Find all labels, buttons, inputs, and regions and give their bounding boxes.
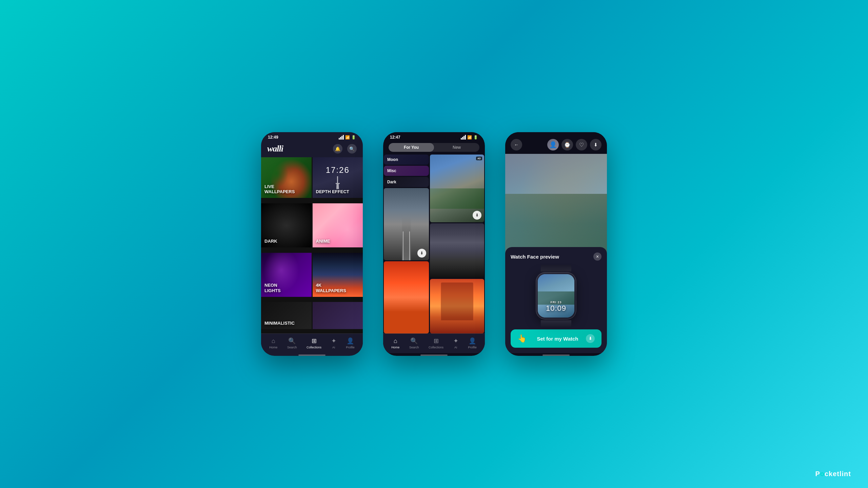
status-bar-1: 12:49 📶 🔋 [261,132,363,141]
download-road[interactable]: ⬇ [417,249,426,258]
wallpaper-sunset-room[interactable] [430,279,484,333]
like-button[interactable]: ♡ [576,139,587,150]
home-indicator-1 [298,354,326,356]
mini-label: MINIMALISTIC [264,321,295,326]
modal-close-button[interactable]: × [593,252,601,261]
preview-wallpaper: Watch Face preview × [505,154,607,353]
category-extra[interactable] [313,302,363,329]
nav-profile-label-2: Profile [468,346,477,349]
heart-icon: ♡ [579,142,584,148]
nav-collections-label-2: Collections [429,346,443,349]
live-label: LIVEWALLPAPERS [264,184,295,195]
nav-search-2[interactable]: 🔍 Search [409,337,419,349]
profile-avatar-button[interactable]: 👤 + [547,139,559,150]
phone2: 12:47 📶 🔋 For You New Moon [383,132,485,356]
download-mountain[interactable]: ⬇ [473,211,481,220]
category-4k[interactable]: 4KWALLPAPERS [313,253,363,297]
nav-profile-1[interactable]: 👤 Profile [346,337,355,349]
wallpaper-bottom-left[interactable] [384,261,429,333]
category-minimalistic[interactable]: MINIMALISTIC [261,302,312,329]
nav-search-label-1: Search [287,346,297,349]
action-icons: 👤 + ⌚ ♡ ⬇ [547,139,601,150]
download-button-top[interactable]: ⬇ [590,139,601,150]
nav-search-1[interactable]: 🔍 Search [287,337,297,349]
watch-display: FRI 23 10:09 [511,265,601,325]
nav-ai-label-2: Ai [454,346,457,349]
nav-profile-label-1: Profile [346,346,355,349]
avatar-icon: 👤 [549,141,557,148]
category-moon[interactable]: Moon [384,155,429,165]
watch-icon: ⌚ [564,142,571,148]
category-misc[interactable]: Misc [384,166,429,176]
category-dark-tag[interactable]: Dark [384,177,429,187]
watch-time-display: FRI 23 10:09 [536,301,576,313]
phone3: ← 👤 + ⌚ ♡ ⬇ [505,132,607,356]
left-column: Moon Misc Dark ⬇ [384,155,429,333]
signal-icon-2 [461,135,466,140]
status-time-2: 12:47 [390,135,400,140]
notification-icon[interactable]: 🔔 [333,144,342,154]
nav-home-1[interactable]: ⌂ Home [269,338,277,349]
nav-home-label-2: Home [391,346,399,349]
modal-header: Watch Face preview × [511,252,601,261]
status-icons-1: 📶 🔋 [339,135,356,140]
battery-icon-2: 🔋 [473,135,478,140]
nav-home-label-1: Home [269,346,277,349]
tab-new[interactable]: New [434,143,479,152]
apple-watch: FRI 23 10:09 [531,265,581,325]
signal-icon [339,135,344,140]
tab-for-you[interactable]: For You [389,143,434,152]
screens-container: 12:49 📶 🔋 walli 🔔 🔍 [261,132,607,356]
category-depth[interactable]: 17:26 DEPTH EFFECT [313,157,363,198]
ad-badge: AD [476,157,482,160]
nav-collections-2[interactable]: ⊞ Collections [429,337,443,349]
watch-day: FRI 23 [536,301,576,304]
sunset-room-bg [430,279,484,333]
home-indicator-2 [420,354,448,356]
watch-body: FRI 23 10:09 [536,272,576,320]
home-icon-2: ⌂ [394,338,397,345]
collections-icon-2: ⊞ [434,337,439,345]
wallpaper-sunset-road[interactable] [430,223,484,278]
bottom-nav-1: ⌂ Home 🔍 Search ⊞ Collections ✦ Ai 👤 Pro… [261,333,363,353]
ai-icon-1: ✦ [331,337,336,345]
nav-collections-1[interactable]: ⊞ Collections [307,337,321,349]
phone3-header: ← 👤 + ⌚ ♡ ⬇ [505,136,607,154]
nav-home-2[interactable]: ⌂ Home [391,338,399,349]
wallpaper-mountain[interactable]: AD ⬇ [430,155,484,222]
nav-ai-1[interactable]: ✦ Ai [331,337,336,349]
watch-band-top [541,265,571,271]
pocketlint-text: Pocketlint [815,470,851,477]
wifi-icon-2: 📶 [467,135,472,140]
sky-overlay [505,154,607,224]
watch-crown [576,291,576,301]
modal-title: Watch Face preview [511,254,559,260]
wallpaper-road[interactable]: ⬇ [384,188,429,260]
depth-label: DEPTH EFFECT [316,189,349,195]
bottom-nav-2: ⌂ Home 🔍 Search ⊞ Collections ✦ Ai 👤 Pro… [383,333,485,353]
search-header-icon[interactable]: 🔍 [347,144,357,154]
nav-profile-2[interactable]: 👤 Profile [468,337,477,349]
nav-ai-2[interactable]: ✦ Ai [453,337,458,349]
nav-search-label-2: Search [409,346,419,349]
category-anime[interactable]: ANIME [313,203,363,247]
battery-icon-1: 🔋 [351,135,356,140]
ai-icon-2: ✦ [453,337,458,345]
set-watch-label: Set for my Watch [529,336,586,342]
nav-ai-label-1: Ai [332,346,335,349]
set-watch-button[interactable]: 👆 Set for my Watch ⬇ [511,329,601,348]
back-icon: ← [514,142,519,147]
search-icon-1: 🔍 [288,337,296,345]
watch-band-bottom [541,320,571,327]
category-dark[interactable]: DARK [261,203,312,247]
extra-bg [313,302,363,329]
status-bar-2: 12:47 📶 🔋 [383,132,485,141]
neon-label: NEONLIGHTS [264,283,281,293]
anime-label: ANIME [316,239,330,244]
back-button[interactable]: ← [511,139,522,150]
watch-icon-btn[interactable]: ⌚ [561,139,573,150]
status-time-1: 12:49 [268,135,278,140]
category-neon[interactable]: NEONLIGHTS [261,253,312,297]
app-logo: walli [267,144,283,154]
category-live[interactable]: LIVEWALLPAPERS [261,157,312,198]
